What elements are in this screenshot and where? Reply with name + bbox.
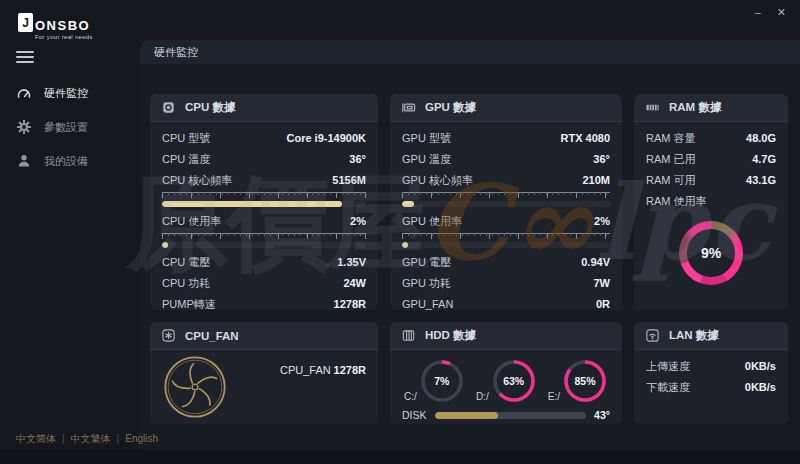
stat-row: CPU 電壓1.35V <box>162 252 366 273</box>
stat-value: 210M <box>582 174 610 187</box>
drive-usage-percent: 85% <box>562 358 608 404</box>
sidebar-item-my-devices[interactable]: 我的設備 <box>0 144 140 178</box>
cpu-data-card: CPU 數據 CPU 型號Core i9-14900K CPU 溫度36° CP… <box>150 94 378 310</box>
stat-row: 下載速度0KB/s <box>646 377 776 398</box>
stat-label: CPU 使用率 <box>162 215 221 228</box>
stat-row: GPU 溫度36° <box>402 149 610 170</box>
stat-value: 0R <box>596 298 610 311</box>
stat-row: CPU 核心頻率5156M <box>162 170 366 191</box>
ram-usage-percent: 9% <box>679 221 743 285</box>
stat-label: CPU 溫度 <box>162 153 210 166</box>
ruler-scale <box>162 192 366 198</box>
drive-usage-ring: 63% <box>491 358 537 404</box>
hdd-data-card: HDD 數據 C:/ 7% D:/ 63% <box>390 322 622 424</box>
stat-label: CPU 核心頻率 <box>162 174 232 187</box>
language-option-simplified[interactable]: 中文简体 <box>16 433 56 444</box>
stat-label: GPU 溫度 <box>402 153 451 166</box>
stat-row: 上傳速度0KB/s <box>646 356 776 377</box>
card-title: CPU_FAN <box>185 330 239 342</box>
stat-label: RAM 容量 <box>646 132 696 145</box>
minimize-button[interactable]: – <box>753 5 763 19</box>
stat-label: GPU 核心頻率 <box>402 174 473 187</box>
gauge-icon <box>16 85 32 101</box>
ram-usage-donut: 9% <box>679 221 743 285</box>
stat-row: GPU 功耗7W <box>402 273 610 294</box>
stat-row: GPU 型號RTX 4080 <box>402 128 610 149</box>
stat-row: RAM 可用43.1G <box>646 170 776 191</box>
stat-value: 36° <box>349 153 366 166</box>
stat-row: GPU 使用率2% <box>402 211 610 232</box>
stat-label: RAM 使用率 <box>646 195 707 208</box>
stat-value: 2% <box>594 215 610 228</box>
ram-data-card: RAM 數據 RAM 容量48.0G RAM 已用4.7G RAM 可用43.1… <box>634 94 788 310</box>
language-option-traditional[interactable]: 中文繁体 <box>71 433 111 444</box>
language-separator: | <box>117 433 120 444</box>
stat-row: GPU_FAN0R <box>402 294 610 315</box>
progress-bar <box>402 201 610 207</box>
stat-row: GPU 電壓0.94V <box>402 252 610 273</box>
stat-row: RAM 容量48.0G <box>646 128 776 149</box>
stat-row: RAM 使用率 <box>646 191 776 212</box>
gpu-card-icon <box>401 100 416 115</box>
stat-value: RTX 4080 <box>560 132 610 145</box>
close-button[interactable]: ✕ <box>775 5 788 19</box>
gpu-frequency-meter <box>402 192 610 207</box>
drive-label: D:/ <box>476 391 489 404</box>
stat-row: CPU_FAN 1278R <box>228 364 366 376</box>
cpu-chip-icon <box>161 100 176 115</box>
stat-row: PUMP轉速1278R <box>162 294 366 315</box>
stat-row: CPU 型號Core i9-14900K <box>162 128 366 149</box>
ruler-scale <box>402 233 610 239</box>
brand-name: ONSBO <box>35 19 90 32</box>
stat-row: GPU 核心頻率210M <box>402 170 610 191</box>
fan-illustration <box>162 354 228 424</box>
gear-icon <box>16 119 32 135</box>
stat-value: 1278R <box>334 364 366 376</box>
gpu-usage-meter <box>402 233 610 248</box>
progress-bar <box>162 201 366 207</box>
stat-value: 1278R <box>334 298 366 311</box>
card-title: GPU 數據 <box>425 100 476 115</box>
sidebar: 硬件監控 參數設置 我的設備 <box>0 76 140 178</box>
card-title: HDD 數據 <box>425 328 476 343</box>
stat-label: RAM 已用 <box>646 153 696 166</box>
stat-label: 下載速度 <box>646 381 690 394</box>
disk-temperature: 43° <box>594 409 610 421</box>
drive-label: C:/ <box>404 391 417 404</box>
cpu-frequency-meter <box>162 192 366 207</box>
ruler-scale <box>162 233 366 239</box>
hdd-drive-e: E:/ 85% <box>548 358 608 404</box>
card-title: LAN 數據 <box>669 328 719 343</box>
stat-label: CPU 電壓 <box>162 256 210 269</box>
stat-value: 43.1G <box>746 174 776 187</box>
stat-label: 上傳速度 <box>646 360 690 373</box>
drive-label: E:/ <box>548 391 560 404</box>
sidebar-item-settings[interactable]: 參數設置 <box>0 110 140 144</box>
window-bottom-edge <box>0 450 800 464</box>
drive-usage-percent: 7% <box>419 358 465 404</box>
language-switcher: 中文简体|中文繁体|English <box>16 432 158 446</box>
stat-value: 4.7G <box>752 153 776 166</box>
page-title: 硬件監控 <box>154 45 198 60</box>
sidebar-item-hardware-monitor[interactable]: 硬件監控 <box>0 76 140 110</box>
jonsbo-logo: J ONSBO For your real needs <box>18 13 93 40</box>
lan-data-card: LAN 數據 上傳速度0KB/s 下載速度0KB/s <box>634 322 788 424</box>
ram-stick-icon <box>645 100 660 115</box>
stat-value: 5156M <box>332 174 366 187</box>
hdd-icon <box>401 328 416 343</box>
sidebar-item-label: 我的設備 <box>44 154 88 169</box>
stat-label: GPU 使用率 <box>402 215 462 228</box>
progress-bar <box>162 242 366 248</box>
logo-mark-icon: J <box>18 13 33 32</box>
stat-value: Core i9-14900K <box>287 132 367 145</box>
hdd-drive-c: C:/ 7% <box>404 358 465 404</box>
menu-icon[interactable] <box>16 51 36 66</box>
language-option-english[interactable]: English <box>125 433 158 444</box>
user-icon <box>16 153 32 169</box>
stat-label: CPU 型號 <box>162 132 210 145</box>
page-header: 硬件監控 <box>140 40 800 64</box>
stat-row: RAM 已用4.7G <box>646 149 776 170</box>
sidebar-item-label: 硬件監控 <box>44 86 88 101</box>
brand-tagline: For your real needs <box>35 34 93 40</box>
stat-value: 1.35V <box>337 256 366 269</box>
